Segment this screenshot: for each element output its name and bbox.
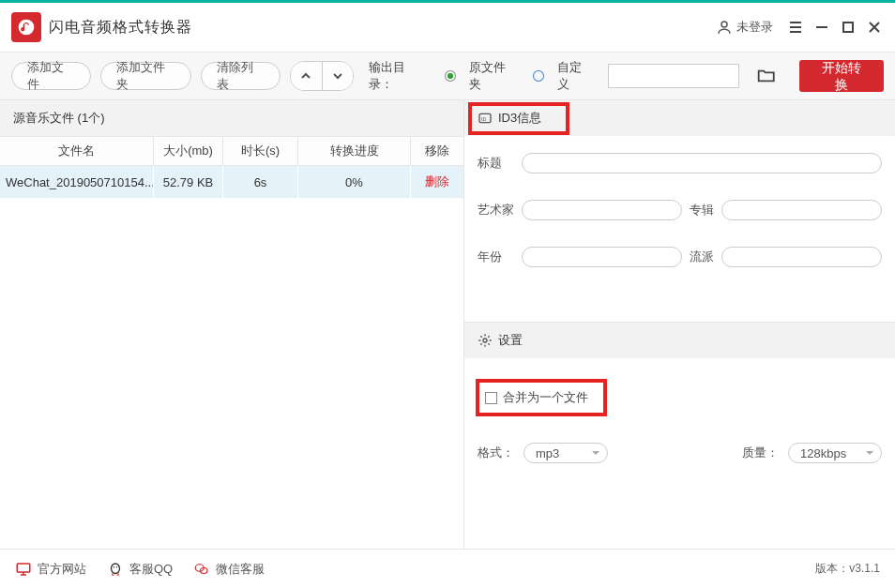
radio-original-label: 原文件夹 xyxy=(469,59,517,93)
merge-checkbox[interactable] xyxy=(485,392,497,404)
output-path-input[interactable] xyxy=(608,64,739,88)
start-convert-button[interactable]: 开始转换 xyxy=(799,60,885,92)
row-delete-link[interactable]: 删除 xyxy=(411,166,463,198)
id3-title-input[interactable] xyxy=(522,153,882,173)
id3-genre-label: 流派 xyxy=(690,249,714,265)
cell-size: 52.79 KB xyxy=(154,166,223,198)
radio-original-folder[interactable] xyxy=(445,70,456,82)
qq-support-label: 客服QQ xyxy=(129,561,173,578)
wechat-support-label: 微信客服 xyxy=(216,561,265,578)
id3-album-label: 专辑 xyxy=(690,202,714,219)
id-icon: ID xyxy=(478,111,493,126)
id3-artist-label: 艺术家 xyxy=(478,202,514,219)
table-row[interactable]: WeChat_2019050710154... 52.79 KB 6s 0% 删… xyxy=(0,166,463,198)
radio-custom-label: 自定义 xyxy=(557,59,593,93)
format-select[interactable]: mp3 xyxy=(523,443,608,463)
app-logo xyxy=(11,12,41,42)
footer: 官方网站 客服QQ 微信客服 版本：v3.1.1 xyxy=(0,549,895,588)
file-list-header: 源音乐文件 (1个) xyxy=(0,100,463,136)
svg-point-7 xyxy=(112,564,120,574)
col-duration: 时长(s) xyxy=(223,137,298,165)
col-size: 大小(mb) xyxy=(154,137,223,165)
file-list-pane: 源音乐文件 (1个) 文件名 大小(mb) 时长(s) 转换进度 移除 WeCh… xyxy=(0,100,464,549)
monitor-icon xyxy=(15,561,32,578)
wechat-icon xyxy=(193,561,210,578)
maximize-button[interactable] xyxy=(835,14,861,40)
format-label: 格式： xyxy=(478,445,514,461)
id3-form: 标题 艺术家 专辑 年份 流派 xyxy=(464,136,895,275)
move-down-button[interactable] xyxy=(322,62,353,90)
right-pane: ID ID3信息 标题 艺术家 专辑 年份 流派 设置 xyxy=(464,100,895,549)
id3-title-label: 标题 xyxy=(478,155,514,172)
id3-title: ID3信息 xyxy=(498,110,541,127)
reorder-buttons xyxy=(290,61,354,91)
login-label: 未登录 xyxy=(736,19,773,36)
title-bar: 闪电音频格式转换器 未登录 xyxy=(0,3,895,52)
col-remove: 移除 xyxy=(411,137,463,165)
settings-title: 设置 xyxy=(498,332,523,349)
svg-point-9 xyxy=(116,566,118,568)
svg-point-0 xyxy=(19,20,35,36)
cell-name: WeChat_2019050710154... xyxy=(0,166,154,198)
clear-list-button[interactable]: 清除列表 xyxy=(201,62,281,90)
gear-icon xyxy=(478,333,493,348)
move-up-button[interactable] xyxy=(291,62,322,90)
svg-rect-2 xyxy=(843,23,853,32)
cell-duration: 6s xyxy=(223,166,298,198)
close-button[interactable] xyxy=(861,14,887,40)
cell-progress: 0% xyxy=(298,166,411,198)
add-folder-button[interactable]: 添加文件夹 xyxy=(100,62,191,90)
id3-year-input[interactable] xyxy=(522,247,682,267)
qq-icon xyxy=(107,561,124,578)
id3-genre-input[interactable] xyxy=(721,247,882,267)
official-site-link[interactable]: 官方网站 xyxy=(15,561,86,578)
svg-point-5 xyxy=(483,339,487,342)
qq-support-link[interactable]: 客服QQ xyxy=(107,561,173,578)
output-dir-label: 输出目录： xyxy=(369,59,428,93)
svg-point-8 xyxy=(114,566,115,568)
radio-custom-folder[interactable] xyxy=(533,70,544,82)
svg-point-1 xyxy=(721,22,727,27)
settings-section-header: 设置 xyxy=(464,323,895,358)
add-file-button[interactable]: 添加文件 xyxy=(11,62,91,90)
toolbar: 添加文件 添加文件夹 清除列表 输出目录： 原文件夹 自定义 开始转换 xyxy=(0,52,895,100)
svg-text:ID: ID xyxy=(481,116,486,122)
id3-album-input[interactable] xyxy=(721,200,882,220)
id3-section-header: ID ID3信息 xyxy=(464,100,895,136)
menu-button[interactable] xyxy=(782,14,809,40)
quality-label: 质量： xyxy=(742,445,779,461)
svg-rect-6 xyxy=(17,564,30,572)
user-icon xyxy=(716,19,733,36)
table-header: 文件名 大小(mb) 时长(s) 转换进度 移除 xyxy=(0,136,463,166)
id3-year-label: 年份 xyxy=(478,249,514,265)
col-progress: 转换进度 xyxy=(298,137,411,165)
wechat-support-link[interactable]: 微信客服 xyxy=(193,561,265,578)
id3-artist-input[interactable] xyxy=(522,200,682,220)
minimize-button[interactable] xyxy=(809,14,835,40)
official-site-label: 官方网站 xyxy=(38,561,86,578)
browse-folder-icon[interactable] xyxy=(756,66,776,86)
merge-label: 合并为一个文件 xyxy=(503,389,588,406)
version-label: 版本：v3.1.1 xyxy=(815,561,880,577)
app-title: 闪电音频格式转换器 xyxy=(49,18,192,38)
quality-select[interactable]: 128kbps xyxy=(788,443,882,463)
login-link[interactable]: 未登录 xyxy=(716,19,773,36)
col-name: 文件名 xyxy=(0,137,154,165)
